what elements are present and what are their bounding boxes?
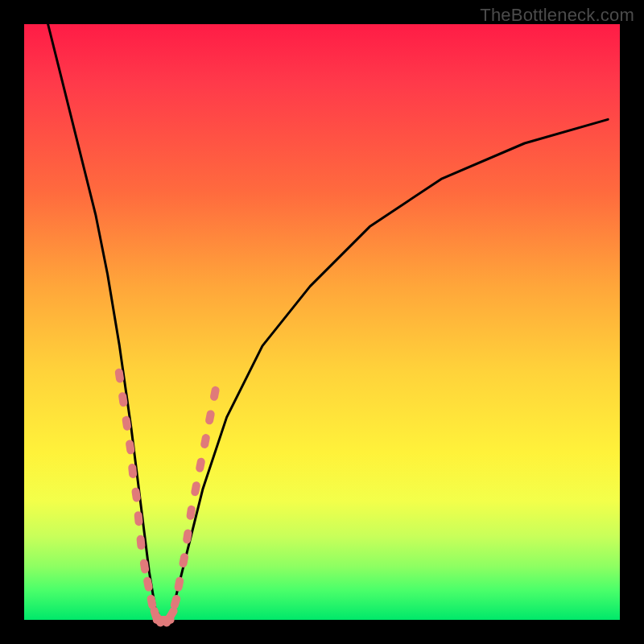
- marker-bead: [160, 616, 175, 624]
- marker-bead: [179, 552, 189, 568]
- marker-bead: [190, 481, 200, 497]
- curve-layer: [48, 24, 609, 620]
- marker-bead: [195, 457, 205, 473]
- plot-area: [24, 24, 620, 620]
- chart-frame: TheBottleneck.com: [0, 0, 644, 644]
- marker-bead: [174, 576, 184, 592]
- marker-bead: [200, 433, 210, 449]
- marker-bead: [204, 410, 215, 426]
- beads-layer: [114, 368, 220, 628]
- marker-bead: [183, 529, 193, 544]
- chart-svg: [24, 24, 620, 620]
- marker-bead: [209, 386, 220, 402]
- watermark-text: TheBottleneck.com: [480, 5, 634, 26]
- bottleneck-curve: [48, 24, 609, 620]
- marker-bead: [142, 576, 153, 592]
- marker-bead: [170, 594, 182, 610]
